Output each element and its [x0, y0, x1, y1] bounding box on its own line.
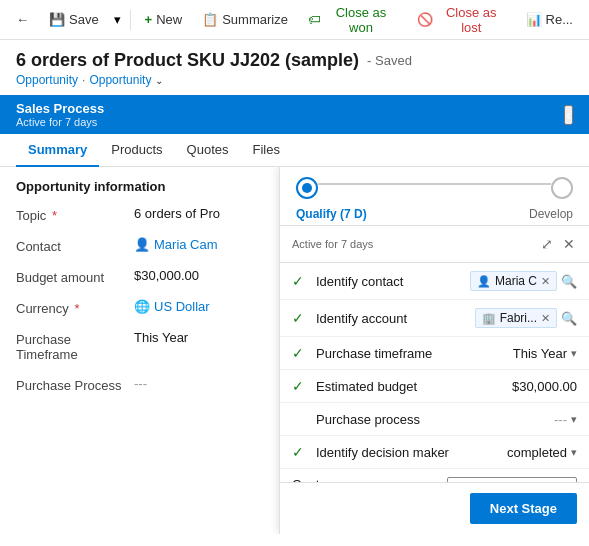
check-purchase-timeframe-icon: ✓ [292, 345, 308, 361]
tab-bar: Summary Products Quotes Files [0, 134, 589, 167]
summarize-button[interactable]: 📋 Summarize [194, 8, 296, 31]
estimated-budget-label: Estimated budget [316, 379, 504, 394]
process-value[interactable]: --- [134, 376, 259, 391]
budget-value[interactable]: $30,000.00 [134, 268, 259, 283]
checklist-row-identify-account: ✓ Identify account 🏢 Fabri... ✕ 🔍 [280, 300, 589, 337]
check-identify-contact-icon: ✓ [292, 273, 308, 289]
contact-tag-text: Maria C [495, 274, 537, 288]
close-won-label: Close as won [325, 5, 397, 35]
save-label: Save [69, 12, 99, 27]
account-search-icon[interactable]: 🔍 [561, 311, 577, 326]
contact-tag[interactable]: 👤 Maria C ✕ [470, 271, 557, 291]
field-row-currency: Currency * 🌐 US Dollar [16, 299, 259, 316]
account-tag-remove[interactable]: ✕ [541, 312, 550, 325]
tag-account-icon: 🏢 [482, 312, 496, 325]
tab-quotes-label: Quotes [187, 142, 229, 157]
close-as-won-button[interactable]: 🏷 Close as won [300, 1, 405, 39]
flyout-panel: Qualify (7 D) Develop Active for 7 days … [279, 167, 589, 534]
estimated-budget-value: $30,000.00 [512, 379, 577, 394]
decision-maker-dropdown-icon[interactable]: ▾ [571, 446, 577, 459]
save-button[interactable]: 💾 Save [41, 8, 107, 31]
breadcrumb-item1: Opportunity [16, 73, 78, 87]
record-header: 6 orders of Product SKU JJ202 (sample) -… [0, 40, 589, 87]
flyout-close-button[interactable]: ✕ [561, 234, 577, 254]
develop-label: Develop [529, 207, 573, 221]
field-row-topic: Topic * 6 orders of Pro [16, 206, 259, 223]
breadcrumb-separator: · [82, 73, 85, 87]
checklist-row-decision-maker: ✓ Identify decision maker completed ▾ [280, 436, 589, 469]
purchase-process-value: --- ▾ [554, 412, 577, 427]
topic-value[interactable]: 6 orders of Pro [134, 206, 259, 221]
flyout-checklist: ✓ Identify contact 👤 Maria C ✕ 🔍 ✓ Ident… [280, 263, 589, 482]
title-text: 6 orders of Product SKU JJ202 (sample) [16, 50, 359, 71]
tab-products[interactable]: Products [99, 134, 174, 167]
purchase-process-dropdown-icon[interactable]: ▾ [571, 413, 577, 426]
purchase-process-label: Purchase process [316, 412, 546, 427]
purchase-timeframe-dropdown-icon[interactable]: ▾ [571, 347, 577, 360]
budget-label: Budget amount [16, 268, 126, 285]
sales-process-collapse-button[interactable]: ‹ [564, 105, 573, 125]
tab-summary-label: Summary [28, 142, 87, 157]
purchase-process-text: --- [554, 412, 567, 427]
identify-contact-value: 👤 Maria C ✕ 🔍 [470, 271, 577, 291]
contact-icon: 👤 [134, 237, 150, 252]
qualify-label: Qualify (7 D) [296, 207, 367, 221]
tab-files[interactable]: Files [240, 134, 291, 167]
expand-icon: ⤢ [541, 236, 553, 252]
process-label: Purchase Process [16, 376, 126, 393]
tag-contact-icon: 👤 [477, 275, 491, 288]
next-stage-label: Next Stage [490, 501, 557, 516]
rec-label: Re... [546, 12, 573, 27]
close-as-lost-button[interactable]: 🚫 Close as lost [409, 1, 514, 39]
account-tag[interactable]: 🏢 Fabri... ✕ [475, 308, 557, 328]
stage-qualify-circle [296, 177, 318, 199]
account-tag-text: Fabri... [500, 311, 537, 325]
checklist-row-identify-contact: ✓ Identify contact 👤 Maria C ✕ 🔍 [280, 263, 589, 300]
next-stage-button[interactable]: Next Stage [470, 493, 577, 524]
tab-quotes[interactable]: Quotes [175, 134, 241, 167]
close-lost-icon: 🚫 [417, 12, 433, 27]
close-won-icon: 🏷 [308, 12, 321, 27]
completed-badge: completed [507, 445, 567, 460]
new-button[interactable]: + New [137, 8, 191, 31]
plus-icon: + [145, 12, 153, 27]
stage-connector [318, 183, 551, 185]
back-button[interactable]: ← [8, 8, 37, 31]
record-title: 6 orders of Product SKU JJ202 (sample) -… [16, 50, 573, 71]
field-row-timeframe: Purchase Timeframe This Year [16, 330, 259, 362]
save-dropdown-button[interactable]: ▾ [111, 8, 124, 31]
recalculate-button[interactable]: 📊 Re... [518, 8, 581, 31]
main-content: Opportunity information Topic * 6 orders… [0, 167, 589, 534]
topic-label: Topic * [16, 206, 126, 223]
identify-contact-label: Identify contact [316, 274, 462, 289]
timeframe-value[interactable]: This Year [134, 330, 259, 345]
decision-maker-value: completed ▾ [507, 445, 577, 460]
saved-label: - Saved [367, 53, 412, 68]
identify-account-label: Identify account [316, 311, 467, 326]
stage-develop [551, 177, 573, 207]
currency-value[interactable]: 🌐 US Dollar [134, 299, 259, 314]
save-icon: 💾 [49, 12, 65, 27]
breadcrumb-dropdown-icon[interactable]: ⌄ [155, 75, 163, 86]
tab-summary[interactable]: Summary [16, 134, 99, 167]
purchase-timeframe-label: Purchase timeframe [316, 346, 505, 361]
stage-develop-circle [551, 177, 573, 199]
rec-icon: 📊 [526, 12, 542, 27]
contact-tag-remove[interactable]: ✕ [541, 275, 550, 288]
timeframe-label: Purchase Timeframe [16, 330, 126, 362]
toolbar: ← 💾 Save ▾ + New 📋 Summarize 🏷 Close as … [0, 0, 589, 40]
flyout-header-info: Active for 7 days [292, 238, 373, 250]
contact-label: Contact [16, 237, 126, 254]
tab-files-label: Files [252, 142, 279, 157]
sales-process-name: Sales Process [16, 101, 104, 116]
contact-value[interactable]: 👤 Maria Cam [134, 237, 259, 252]
capture-summary-row: Capture summary [280, 469, 589, 482]
contact-search-icon[interactable]: 🔍 [561, 274, 577, 289]
flyout-active-days: Active for 7 days [292, 238, 373, 250]
currency-icon: 🌐 [134, 299, 150, 314]
breadcrumb[interactable]: Opportunity · Opportunity ⌄ [16, 73, 573, 87]
check-identify-account-icon: ✓ [292, 310, 308, 326]
flyout-footer: Next Stage [280, 482, 589, 534]
stage-qualify [296, 177, 318, 207]
flyout-expand-button[interactable]: ⤢ [539, 234, 555, 254]
